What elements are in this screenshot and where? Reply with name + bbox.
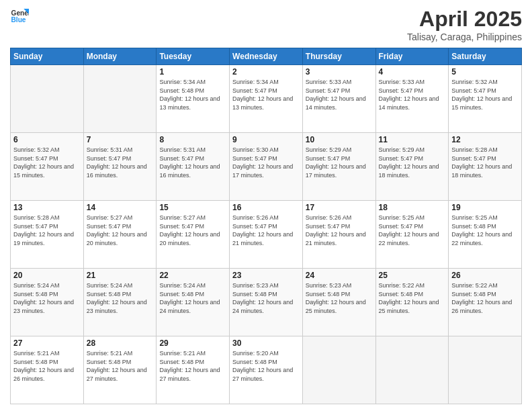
day-info: Sunrise: 5:21 AMSunset: 5:48 PMDaylight:…	[159, 349, 226, 383]
day-info: Sunrise: 5:22 AMSunset: 5:48 PMDaylight:…	[379, 281, 446, 315]
day-number: 17	[306, 203, 373, 212]
day-number: 22	[159, 271, 226, 280]
day-info: Sunrise: 5:26 AMSunset: 5:47 PMDaylight:…	[232, 214, 300, 247]
weekday-header-cell: Thursday	[302, 48, 375, 65]
weekday-header-cell: Friday	[375, 48, 449, 65]
calendar-week-row: 27Sunrise: 5:21 AMSunset: 5:48 PMDayligh…	[11, 336, 522, 404]
calendar-cell: 27Sunrise: 5:21 AMSunset: 5:48 PMDayligh…	[11, 336, 84, 404]
calendar-cell: 16Sunrise: 5:26 AMSunset: 5:47 PMDayligh…	[230, 201, 303, 269]
calendar-cell: 1Sunrise: 5:34 AMSunset: 5:48 PMDaylight…	[157, 65, 230, 133]
logo: General Blue	[10, 7, 29, 26]
day-number: 15	[159, 203, 226, 212]
day-number: 16	[232, 203, 300, 212]
calendar-cell	[83, 65, 157, 133]
calendar-cell: 23Sunrise: 5:23 AMSunset: 5:48 PMDayligh…	[230, 269, 303, 336]
day-info: Sunrise: 5:32 AMSunset: 5:47 PMDaylight:…	[451, 78, 519, 111]
calendar-cell: 22Sunrise: 5:24 AMSunset: 5:48 PMDayligh…	[157, 269, 230, 336]
day-number: 2	[232, 67, 300, 77]
calendar-cell: 20Sunrise: 5:24 AMSunset: 5:48 PMDayligh…	[11, 269, 84, 336]
day-number: 27	[13, 338, 81, 348]
calendar-cell: 10Sunrise: 5:29 AMSunset: 5:47 PMDayligh…	[302, 133, 375, 201]
day-number: 12	[451, 135, 519, 144]
title-block: April 2025 Talisay, Caraga, Philippines	[407, 7, 522, 42]
day-info: Sunrise: 5:28 AMSunset: 5:47 PMDaylight:…	[13, 214, 81, 247]
day-number: 26	[451, 271, 519, 280]
calendar-cell: 9Sunrise: 5:30 AMSunset: 5:47 PMDaylight…	[230, 133, 303, 201]
day-info: Sunrise: 5:22 AMSunset: 5:48 PMDaylight:…	[451, 281, 519, 315]
day-info: Sunrise: 5:34 AMSunset: 5:48 PMDaylight:…	[159, 78, 226, 111]
day-info: Sunrise: 5:21 AMSunset: 5:48 PMDaylight:…	[87, 349, 154, 383]
calendar-cell: 13Sunrise: 5:28 AMSunset: 5:47 PMDayligh…	[11, 201, 84, 269]
calendar-cell: 5Sunrise: 5:32 AMSunset: 5:47 PMDaylight…	[449, 65, 522, 133]
calendar-cell	[449, 336, 522, 404]
calendar-table: SundayMondayTuesdayWednesdayThursdayFrid…	[10, 48, 522, 404]
day-info: Sunrise: 5:24 AMSunset: 5:48 PMDaylight:…	[87, 281, 154, 315]
calendar-cell: 3Sunrise: 5:33 AMSunset: 5:47 PMDaylight…	[302, 65, 375, 133]
day-number: 19	[451, 203, 519, 212]
day-info: Sunrise: 5:24 AMSunset: 5:48 PMDaylight:…	[159, 281, 226, 315]
weekday-header-cell: Tuesday	[157, 48, 230, 65]
calendar-cell: 14Sunrise: 5:27 AMSunset: 5:47 PMDayligh…	[83, 201, 157, 269]
weekday-header-cell: Monday	[83, 48, 157, 65]
weekday-header-row: SundayMondayTuesdayWednesdayThursdayFrid…	[11, 48, 522, 65]
location: Talisay, Caraga, Philippines	[407, 32, 522, 42]
weekday-header-cell: Saturday	[449, 48, 522, 65]
day-info: Sunrise: 5:29 AMSunset: 5:47 PMDaylight:…	[306, 146, 373, 179]
day-info: Sunrise: 5:25 AMSunset: 5:48 PMDaylight:…	[451, 214, 519, 247]
calendar-cell: 17Sunrise: 5:26 AMSunset: 5:47 PMDayligh…	[302, 201, 375, 269]
calendar-cell: 30Sunrise: 5:20 AMSunset: 5:48 PMDayligh…	[230, 336, 303, 404]
calendar-body: 1Sunrise: 5:34 AMSunset: 5:48 PMDaylight…	[11, 65, 522, 404]
month-title: April 2025	[407, 7, 522, 32]
weekday-header-cell: Wednesday	[230, 48, 303, 65]
day-number: 30	[232, 338, 300, 348]
page: General Blue April 2025 Talisay, Caraga,…	[0, 0, 532, 411]
calendar-cell: 29Sunrise: 5:21 AMSunset: 5:48 PMDayligh…	[157, 336, 230, 404]
calendar-week-row: 1Sunrise: 5:34 AMSunset: 5:48 PMDaylight…	[11, 65, 522, 133]
calendar-cell: 8Sunrise: 5:31 AMSunset: 5:47 PMDaylight…	[157, 133, 230, 201]
day-info: Sunrise: 5:25 AMSunset: 5:47 PMDaylight:…	[379, 214, 446, 247]
logo-icon: General Blue	[10, 7, 29, 26]
calendar-cell: 25Sunrise: 5:22 AMSunset: 5:48 PMDayligh…	[375, 269, 449, 336]
calendar-cell	[375, 336, 449, 404]
calendar-cell: 11Sunrise: 5:29 AMSunset: 5:47 PMDayligh…	[375, 133, 449, 201]
day-info: Sunrise: 5:23 AMSunset: 5:48 PMDaylight:…	[232, 281, 300, 315]
svg-text:Blue: Blue	[11, 16, 26, 24]
day-info: Sunrise: 5:24 AMSunset: 5:48 PMDaylight:…	[13, 281, 81, 315]
day-number: 21	[87, 271, 154, 280]
day-number: 25	[379, 271, 446, 280]
day-info: Sunrise: 5:28 AMSunset: 5:47 PMDaylight:…	[451, 146, 519, 179]
day-info: Sunrise: 5:20 AMSunset: 5:48 PMDaylight:…	[232, 349, 300, 383]
day-info: Sunrise: 5:23 AMSunset: 5:48 PMDaylight:…	[306, 281, 373, 315]
day-info: Sunrise: 5:21 AMSunset: 5:48 PMDaylight:…	[13, 349, 81, 383]
calendar-cell: 21Sunrise: 5:24 AMSunset: 5:48 PMDayligh…	[83, 269, 157, 336]
day-info: Sunrise: 5:27 AMSunset: 5:47 PMDaylight:…	[87, 214, 154, 247]
day-number: 5	[451, 67, 519, 77]
day-number: 1	[159, 67, 226, 77]
day-info: Sunrise: 5:29 AMSunset: 5:47 PMDaylight:…	[379, 146, 446, 179]
calendar-cell: 6Sunrise: 5:32 AMSunset: 5:47 PMDaylight…	[11, 133, 84, 201]
day-number: 7	[87, 135, 154, 144]
calendar-week-row: 6Sunrise: 5:32 AMSunset: 5:47 PMDaylight…	[11, 133, 522, 201]
day-number: 29	[159, 338, 226, 348]
day-number: 3	[306, 67, 373, 77]
calendar-cell: 7Sunrise: 5:31 AMSunset: 5:47 PMDaylight…	[83, 133, 157, 201]
day-number: 11	[379, 135, 446, 144]
day-info: Sunrise: 5:31 AMSunset: 5:47 PMDaylight:…	[159, 146, 226, 179]
calendar-cell: 15Sunrise: 5:27 AMSunset: 5:47 PMDayligh…	[157, 201, 230, 269]
day-number: 8	[159, 135, 226, 144]
day-number: 6	[13, 135, 81, 144]
calendar-cell: 19Sunrise: 5:25 AMSunset: 5:48 PMDayligh…	[449, 201, 522, 269]
day-number: 18	[379, 203, 446, 212]
day-info: Sunrise: 5:31 AMSunset: 5:47 PMDaylight:…	[87, 146, 154, 179]
day-info: Sunrise: 5:30 AMSunset: 5:47 PMDaylight:…	[232, 146, 300, 179]
day-number: 14	[87, 203, 154, 212]
day-info: Sunrise: 5:33 AMSunset: 5:47 PMDaylight:…	[379, 78, 446, 111]
day-number: 28	[87, 338, 154, 348]
calendar-week-row: 20Sunrise: 5:24 AMSunset: 5:48 PMDayligh…	[11, 269, 522, 336]
day-info: Sunrise: 5:34 AMSunset: 5:47 PMDaylight:…	[232, 78, 300, 111]
day-number: 4	[379, 67, 446, 77]
calendar-week-row: 13Sunrise: 5:28 AMSunset: 5:47 PMDayligh…	[11, 201, 522, 269]
day-number: 10	[306, 135, 373, 144]
calendar-cell: 12Sunrise: 5:28 AMSunset: 5:47 PMDayligh…	[449, 133, 522, 201]
calendar-cell: 26Sunrise: 5:22 AMSunset: 5:48 PMDayligh…	[449, 269, 522, 336]
